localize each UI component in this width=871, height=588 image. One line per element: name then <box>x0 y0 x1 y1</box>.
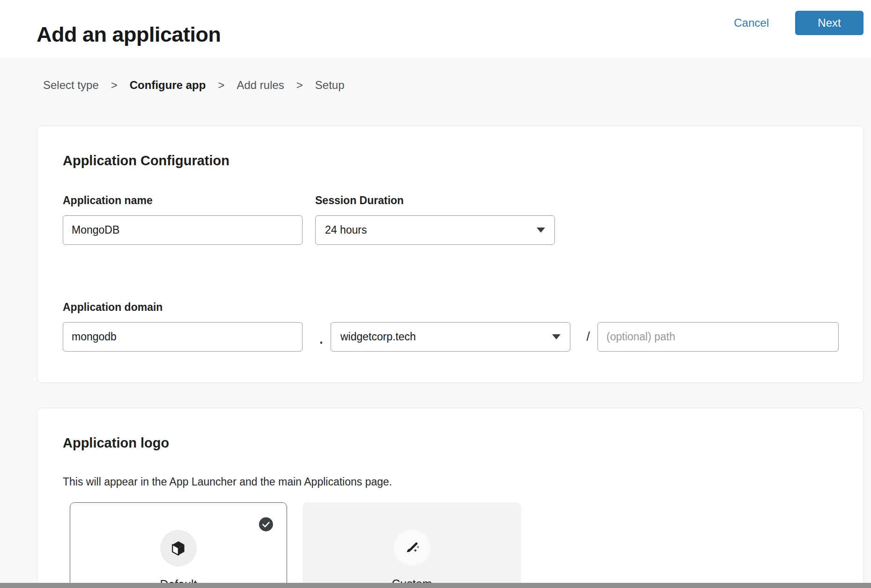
path-input[interactable] <box>598 322 839 352</box>
custom-logo-circle <box>394 529 430 566</box>
top-bar: Add an application Cancel Next <box>0 0 871 58</box>
step-setup[interactable]: Setup <box>315 79 345 92</box>
session-duration-value: 24 hours <box>325 224 367 236</box>
breadcrumb-separator: > <box>111 79 118 92</box>
application-configuration-heading: Application Configuration <box>63 153 229 169</box>
breadcrumb-separator: > <box>218 79 224 92</box>
dot-separator: . <box>314 322 329 352</box>
step-configure-app[interactable]: Configure app <box>130 79 206 92</box>
cube-icon <box>169 539 188 558</box>
chevron-down-icon <box>537 228 545 233</box>
chevron-down-icon <box>552 334 561 339</box>
bottom-edge-strip <box>0 583 871 588</box>
cancel-button[interactable]: Cancel <box>731 16 772 30</box>
domain-select[interactable]: widgetcorp.tech <box>331 322 570 352</box>
application-domain-label: Application domain <box>63 301 162 314</box>
session-duration-select[interactable]: 24 hours <box>315 215 555 245</box>
page-title: Add an application <box>37 22 221 47</box>
breadcrumb: Select type > Configure app > Add rules … <box>43 79 345 92</box>
paintbrush-icon <box>403 538 421 557</box>
logo-option-default[interactable]: Default <box>70 502 287 588</box>
domain-value: widgetcorp.tech <box>340 331 416 343</box>
application-name-label: Application name <box>63 194 153 207</box>
default-logo-circle <box>160 530 197 566</box>
slash-separator: / <box>580 322 597 352</box>
application-logo-description: This will appear in the App Launcher and… <box>63 476 392 488</box>
next-button[interactable]: Next <box>795 11 864 35</box>
breadcrumb-separator: > <box>296 79 303 92</box>
subdomain-input[interactable] <box>63 322 303 352</box>
step-select-type[interactable]: Select type <box>43 79 99 92</box>
selected-check-icon <box>259 517 273 531</box>
session-duration-label: Session Duration <box>315 194 404 207</box>
logo-option-custom[interactable]: Custom <box>303 502 521 588</box>
application-logo-heading: Application logo <box>63 435 169 451</box>
step-add-rules[interactable]: Add rules <box>236 79 284 92</box>
application-logo-card: Application logo This will appear in the… <box>37 408 864 588</box>
application-configuration-card: Application Configuration Application na… <box>37 125 864 383</box>
application-name-input[interactable] <box>63 215 303 245</box>
